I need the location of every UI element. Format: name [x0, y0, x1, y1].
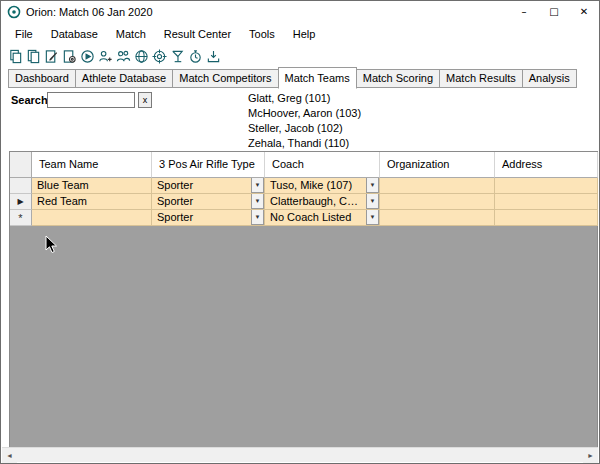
grid-corner-cell[interactable] — [10, 152, 32, 178]
download-icon[interactable] — [205, 46, 222, 66]
document-settings-icon[interactable] — [61, 46, 78, 66]
timer-icon[interactable] — [187, 46, 204, 66]
menu-item-result-center[interactable]: Result Center — [155, 25, 240, 43]
title-bar: Orion: Match 06 Jan 2020 – □ ✕ — [1, 1, 599, 23]
close-button[interactable]: ✕ — [569, 1, 599, 23]
rifle-type-cell[interactable]: Sporter ▼ — [152, 178, 265, 194]
window-title: Orion: Match 06 Jan 2020 — [26, 6, 153, 18]
tab-strip: Dashboard Athlete Database Match Competi… — [1, 68, 599, 88]
window-controls: – □ ✕ — [509, 1, 599, 23]
filter-results-icon[interactable] — [169, 46, 186, 66]
column-header-coach[interactable]: Coach — [265, 152, 380, 178]
search-area: Search x Glatt, Greg (101) McHoover, Aar… — [1, 89, 599, 151]
team-name-cell[interactable]: Blue Team — [32, 178, 152, 194]
dropdown-button[interactable]: ▼ — [251, 178, 264, 193]
coach-value: Tuso, Mike (107) — [270, 179, 352, 191]
address-cell[interactable] — [495, 178, 598, 194]
edit-document-icon[interactable] — [43, 46, 60, 66]
new-row-indicator[interactable]: * — [10, 210, 32, 226]
column-header-team-name[interactable]: Team Name — [32, 152, 152, 178]
add-athlete-icon[interactable] — [97, 46, 114, 66]
search-input[interactable] — [47, 92, 135, 108]
athlete-group-icon[interactable] — [115, 46, 132, 66]
rifle-type-cell[interactable]: Sporter ▼ — [152, 210, 265, 226]
athlete-list-item[interactable]: Steller, Jacob (102) — [248, 121, 361, 136]
organization-cell[interactable] — [380, 194, 495, 210]
coach-value: Clatterbaugh, Can... — [270, 195, 368, 207]
coach-value: No Coach Listed — [270, 211, 351, 223]
coach-cell[interactable]: No Coach Listed ▼ — [265, 210, 380, 226]
tab-dashboard[interactable]: Dashboard — [8, 69, 76, 88]
target-icon[interactable] — [151, 46, 168, 66]
teams-grid: Team Name 3 Pos Air Rifle Type Coach Org… — [9, 151, 598, 448]
row-selector[interactable] — [10, 178, 32, 194]
unassigned-athlete-list: Glatt, Greg (101) McHoover, Aaron (103) … — [248, 91, 361, 151]
tab-match-scoring[interactable]: Match Scoring — [356, 69, 440, 88]
column-header-rifle-type[interactable]: 3 Pos Air Rifle Type — [152, 152, 265, 178]
athlete-list-item[interactable]: Zehala, Thandi (110) — [248, 136, 361, 151]
menu-item-match[interactable]: Match — [107, 25, 155, 43]
menu-item-help[interactable]: Help — [284, 25, 325, 43]
tab-analysis[interactable]: Analysis — [522, 69, 577, 88]
current-row-indicator[interactable]: ▶ — [10, 194, 32, 210]
tab-match-teams[interactable]: Match Teams — [278, 67, 357, 89]
search-label: Search — [11, 94, 48, 106]
column-header-address[interactable]: Address — [495, 152, 598, 178]
maximize-button[interactable]: □ — [539, 1, 569, 23]
address-cell[interactable] — [495, 210, 598, 226]
tab-match-results[interactable]: Match Results — [439, 69, 523, 88]
athlete-list-item[interactable]: McHoover, Aaron (103) — [248, 106, 361, 121]
rifle-type-value: Sporter — [157, 179, 193, 191]
minimize-button[interactable]: – — [509, 1, 539, 23]
address-cell[interactable] — [495, 194, 598, 210]
rifle-type-value: Sporter — [157, 195, 193, 207]
column-header-organization[interactable]: Organization — [380, 152, 495, 178]
table-row: ▶ Red Team Sporter ▼ Clatterbaugh, Can..… — [10, 194, 597, 210]
dropdown-button[interactable]: ▼ — [251, 210, 264, 225]
menu-item-database[interactable]: Database — [42, 25, 107, 43]
dropdown-button[interactable]: ▼ — [366, 210, 379, 225]
team-name-cell[interactable] — [32, 210, 152, 226]
grid-header-row: Team Name 3 Pos Air Rifle Type Coach Org… — [10, 152, 597, 178]
app-icon — [7, 5, 21, 19]
menu-bar: File Database Match Result Center Tools … — [1, 23, 599, 44]
tab-athlete-database[interactable]: Athlete Database — [75, 69, 173, 88]
dropdown-button[interactable]: ▼ — [366, 178, 379, 193]
web-icon[interactable] — [133, 46, 150, 66]
tab-match-competitors[interactable]: Match Competitors — [172, 69, 278, 88]
coach-cell[interactable]: Clatterbaugh, Can... ▼ — [265, 194, 380, 210]
dropdown-button[interactable]: ▼ — [366, 194, 379, 209]
clear-search-button[interactable]: x — [138, 92, 152, 108]
start-match-icon[interactable] — [79, 46, 96, 66]
rifle-type-value: Sporter — [157, 211, 193, 223]
menu-item-tools[interactable]: Tools — [240, 25, 284, 43]
organization-cell[interactable] — [380, 210, 495, 226]
table-row: * Sporter ▼ No Coach Listed ▼ — [10, 210, 597, 226]
team-name-cell[interactable]: Red Team — [32, 194, 152, 210]
athlete-list-item[interactable]: Glatt, Greg (101) — [248, 91, 361, 106]
scroll-right-button[interactable]: ► — [583, 448, 598, 463]
dropdown-button[interactable]: ▼ — [251, 194, 264, 209]
rifle-type-cell[interactable]: Sporter ▼ — [152, 194, 265, 210]
scroll-left-button[interactable]: ◄ — [2, 448, 17, 463]
orion-window: Orion: Match 06 Jan 2020 – □ ✕ File Data… — [0, 0, 600, 464]
horizontal-scrollbar[interactable]: ◄ ► — [2, 447, 598, 462]
coach-cell[interactable]: Tuso, Mike (107) ▼ — [265, 178, 380, 194]
menu-item-file[interactable]: File — [6, 25, 42, 43]
copy-match-icon[interactable] — [25, 46, 42, 66]
new-match-icon[interactable] — [7, 46, 24, 66]
table-row: Blue Team Sporter ▼ Tuso, Mike (107) ▼ — [10, 178, 597, 194]
organization-cell[interactable] — [380, 178, 495, 194]
toolbar — [1, 44, 599, 68]
